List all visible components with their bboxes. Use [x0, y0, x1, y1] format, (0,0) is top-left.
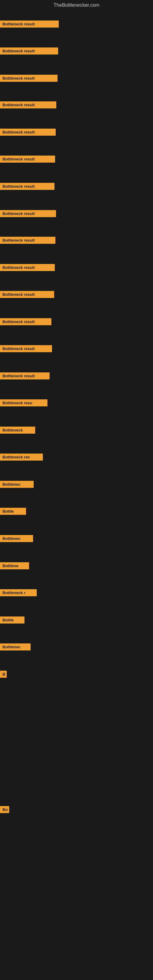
bottleneck-item: Bottle [0, 508, 26, 516]
bottleneck-item: Bottleneck result [0, 129, 56, 137]
bottleneck-item: Bottleneck result [0, 318, 51, 326]
bottleneck-label[interactable]: Bo [0, 806, 9, 813]
bottleneck-item: Bottleneck r [0, 589, 37, 598]
bottleneck-label[interactable]: Bottleneck result [0, 21, 59, 27]
bottleneck-label[interactable]: Bottlenec [0, 481, 33, 488]
bottleneck-item: Bottleneck result [0, 75, 57, 83]
bottleneck-item: Bottleneck result [0, 291, 54, 299]
site-title: TheBottlenecker.com [0, 0, 153, 9]
bottleneck-item: Bottlenec [0, 643, 30, 652]
bottleneck-item: Bottleneck result [0, 345, 52, 353]
bottleneck-item: Bottleneck [0, 426, 35, 435]
bottleneck-label[interactable]: Bottleneck resu [0, 399, 48, 406]
bottleneck-item: Bottleneck resu [0, 399, 48, 407]
bottleneck-item: Bottleneck result [0, 48, 58, 56]
bottleneck-item: Bottleneck result [0, 264, 55, 272]
bottleneck-label[interactable]: Bottleneck r [0, 589, 37, 596]
bottleneck-label[interactable]: Bottleneck result [0, 75, 57, 82]
bottleneck-label[interactable]: Bottleneck result [0, 318, 51, 325]
bottleneck-label[interactable]: Bottleneck result [0, 237, 56, 244]
bottleneck-item: Bottleneck result [0, 101, 56, 110]
bottleneck-item: Bottleneck result [0, 372, 49, 381]
bottleneck-label[interactable]: Bottleneck [0, 426, 35, 434]
bottleneck-label[interactable]: Bottle [0, 508, 26, 515]
bottleneck-item: B [0, 671, 7, 679]
bottleneck-item: Bottlenec [0, 481, 33, 489]
bottleneck-label[interactable]: Bottlenec [0, 643, 30, 651]
bottleneck-item: Bottleneck result [0, 210, 56, 218]
bottleneck-label[interactable]: Bottleneck result [0, 345, 52, 352]
bottleneck-label[interactable]: Bottlenec [0, 535, 33, 542]
bottleneck-label[interactable]: Bottlene [0, 562, 29, 569]
bottleneck-label[interactable]: Bottleneck result [0, 372, 49, 379]
bottleneck-item: Bottleneck result [0, 237, 56, 245]
bottleneck-item: Bottle [0, 616, 24, 625]
bottleneck-label[interactable]: Bottleneck result [0, 129, 56, 136]
bottleneck-label[interactable]: Bottleneck result [0, 183, 54, 190]
bottleneck-label[interactable]: Bottleneck res [0, 453, 43, 461]
bottleneck-item: Bottleneck result [0, 183, 54, 191]
bottleneck-label[interactable]: Bottleneck result [0, 210, 56, 217]
bottleneck-item: Bottlenec [0, 535, 33, 543]
bottleneck-item: Bottleneck result [0, 156, 55, 164]
bottleneck-item: Bottleneck res [0, 453, 43, 462]
bottleneck-label[interactable]: Bottleneck result [0, 291, 54, 298]
bottleneck-label[interactable]: Bottleneck result [0, 156, 55, 162]
bottleneck-item: Bottleneck result [0, 21, 59, 29]
bottleneck-label[interactable]: Bottle [0, 616, 24, 624]
bottleneck-label[interactable]: Bottleneck result [0, 48, 58, 54]
bottleneck-label[interactable]: B [0, 671, 7, 678]
bottleneck-label[interactable]: Bottleneck result [0, 264, 55, 271]
bottleneck-item: Bo [0, 806, 9, 814]
bottleneck-item: Bottlene [0, 562, 29, 571]
bottleneck-label[interactable]: Bottleneck result [0, 101, 56, 108]
